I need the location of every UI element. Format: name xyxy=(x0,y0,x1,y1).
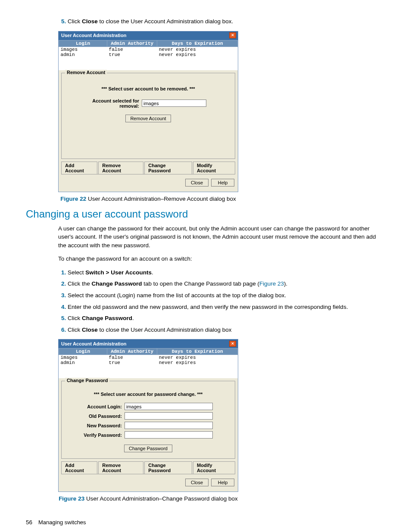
group-message: *** Select user account for password cha… xyxy=(64,392,232,397)
table-row[interactable]: admin true never expires xyxy=(59,360,238,365)
remove-account-button[interactable]: Remove Account xyxy=(125,115,171,122)
section-heading: Changing a user account password xyxy=(26,208,385,220)
tab-remove-account[interactable]: Remove Account xyxy=(98,461,143,474)
verify-password-input[interactable] xyxy=(125,431,213,439)
tab-add-account[interactable]: Add Account xyxy=(61,162,97,174)
step-3: Select the account (Login) name from the… xyxy=(68,291,385,300)
col-expiration: Days to Expiration xyxy=(157,40,238,47)
accounts-table: Login Admin Authority Days to Expiration… xyxy=(59,40,238,57)
dialog-titlebar: User Account Administration × xyxy=(59,31,238,40)
new-password-input[interactable] xyxy=(125,422,213,429)
step-5: Click Change Password. xyxy=(68,314,385,323)
figure-23-link[interactable]: Figure 23 xyxy=(259,280,284,287)
tab-modify-account[interactable]: Modify Account xyxy=(193,162,235,174)
col-login: Login xyxy=(59,40,107,47)
paragraph-2: To change the password for an account on… xyxy=(58,255,385,263)
step-4: Enter the old password and the new passw… xyxy=(68,303,385,311)
old-password-label: Old Password: xyxy=(81,414,125,419)
close-button[interactable]: Close xyxy=(185,179,209,187)
old-password-input[interactable] xyxy=(125,412,213,420)
accounts-table: Login Admin Authority Days to Expiration… xyxy=(59,348,238,365)
paragraph-1: A user can change the password for their… xyxy=(58,224,385,250)
step-6: Click Close to close the User Account Ad… xyxy=(68,326,385,334)
col-login: Login xyxy=(59,348,107,355)
step-2: Click the Change Password tab to open th… xyxy=(68,280,385,288)
col-expiration: Days to Expiration xyxy=(157,348,238,355)
table-row[interactable]: admin true never expires xyxy=(59,52,238,57)
verify-password-label: Verify Password: xyxy=(81,432,125,438)
tab-change-password[interactable]: Change Password xyxy=(144,461,192,474)
change-password-button[interactable]: Change Password xyxy=(124,445,172,452)
group-title: Change Password xyxy=(65,378,109,383)
tab-modify-account[interactable]: Modify Account xyxy=(193,461,235,474)
dialog-title-text: User Account Administration xyxy=(61,341,126,346)
col-admin: Admin Authority xyxy=(107,40,157,47)
help-button[interactable]: Help xyxy=(211,479,234,486)
figure-23-caption: Figure 23 User Account Administration–Ch… xyxy=(58,495,238,502)
footer-section: Managing switches xyxy=(38,519,86,526)
step-5-top: Click Close to close the User Account Ad… xyxy=(68,17,385,26)
help-button[interactable]: Help xyxy=(211,179,234,187)
table-row[interactable]: images false never expires xyxy=(59,47,238,52)
close-icon[interactable]: × xyxy=(229,341,236,347)
selected-account-label: Account selected for removal: xyxy=(90,98,142,109)
group-message: *** Select user account to be removed. *… xyxy=(64,86,232,91)
dialog-title-text: User Account Administration xyxy=(61,33,126,38)
remove-account-group: Remove Account *** Select user account t… xyxy=(61,73,235,159)
selected-account-input[interactable] xyxy=(142,100,206,107)
figure-23-dialog: User Account Administration × Login Admi… xyxy=(58,339,385,492)
procedure-steps: Select Switch > User Accounts. Click the… xyxy=(58,268,385,334)
change-password-group: Change Password *** Select user account … xyxy=(61,381,235,459)
tab-remove-account[interactable]: Remove Account xyxy=(98,162,143,174)
new-password-label: New Password: xyxy=(81,423,125,428)
account-login-label: Account Login: xyxy=(81,404,125,409)
step-1: Select Switch > User Accounts. xyxy=(68,268,385,277)
close-button[interactable]: Close xyxy=(185,479,209,486)
table-row[interactable]: images false never expires xyxy=(59,355,238,361)
figure-22-dialog: User Account Administration × Login Admi… xyxy=(58,31,385,192)
group-title: Remove Account xyxy=(65,70,107,75)
page-footer: 56 Managing switches xyxy=(26,519,385,526)
tab-change-password[interactable]: Change Password xyxy=(144,162,192,174)
dialog-titlebar: User Account Administration × xyxy=(59,339,238,348)
account-login-input[interactable] xyxy=(125,403,213,410)
dialog-tabs: Add Account Remove Account Change Passwo… xyxy=(61,461,235,474)
figure-22-caption: Figure 22 User Account Administration–Re… xyxy=(58,196,238,202)
page-number: 56 xyxy=(26,519,32,526)
top-step-list: Click Close to close the User Account Ad… xyxy=(58,17,385,26)
tab-add-account[interactable]: Add Account xyxy=(61,461,97,474)
col-admin: Admin Authority xyxy=(107,348,157,355)
dialog-tabs: Add Account Remove Account Change Passwo… xyxy=(61,162,235,174)
close-icon[interactable]: × xyxy=(229,32,236,38)
